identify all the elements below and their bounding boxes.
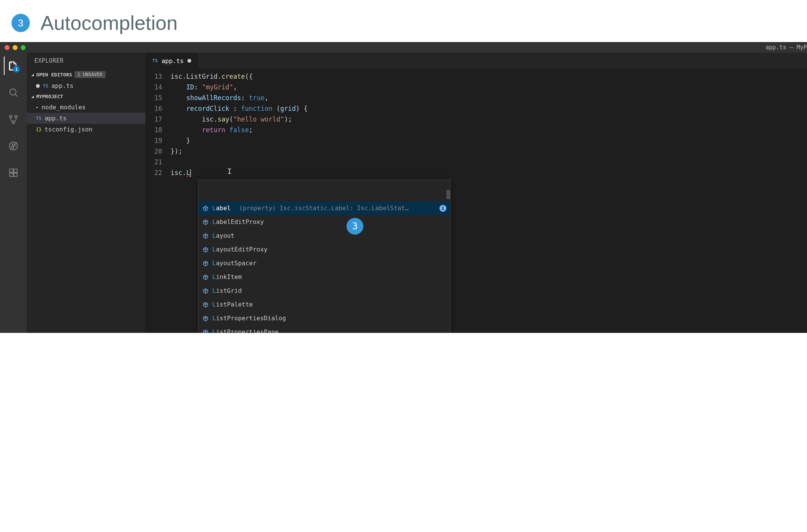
property-icon (202, 247, 208, 253)
autocomplete-item[interactable]: Layout (198, 229, 450, 243)
callout-badge: 3 (347, 218, 363, 235)
scrollbar[interactable] (446, 190, 450, 199)
slide-header: 3 Autocompletion (0, 0, 807, 42)
code-area[interactable]: isc.ListGrid.create({ ID: "myGrid", show… (171, 71, 807, 333)
suggestion-label: LayoutEditProxy (212, 244, 268, 255)
info-icon[interactable]: i (439, 205, 446, 212)
tabs-bar: TS app.ts (145, 53, 807, 69)
json-icon: {} (36, 127, 41, 132)
svg-line-1 (15, 94, 18, 97)
file-item[interactable]: {}tsconfig.json (27, 124, 145, 135)
autocomplete-item[interactable]: LayoutEditProxy (198, 243, 450, 256)
explorer-sidebar: EXPLORER ◢ OPEN EDITORS 1 UNSAVED TSapp.… (27, 53, 145, 333)
unsaved-badge: 1 UNSAVED (75, 71, 106, 78)
autocomplete-item[interactable]: LabelEditProxy (198, 215, 450, 229)
chevron-right-icon: ▸ (36, 105, 39, 110)
open-editor-item[interactable]: TSapp.ts (27, 80, 145, 91)
source-control-icon[interactable] (4, 110, 23, 128)
search-icon[interactable] (4, 83, 23, 102)
autocomplete-item[interactable]: LayoutSpacer (198, 256, 450, 270)
dirty-indicator-icon (36, 84, 40, 88)
dirty-indicator-icon (187, 59, 191, 63)
autocomplete-item[interactable]: ListPropertiesPane (198, 325, 450, 333)
typescript-icon: TS (36, 116, 41, 121)
code-editor[interactable]: 13141516171819202122 isc.ListGrid.create… (145, 69, 807, 333)
file-item[interactable]: TSapp.ts (27, 113, 145, 124)
close-window-button[interactable] (5, 45, 10, 50)
property-icon (202, 260, 208, 266)
autocomplete-popup[interactable]: Label(property) Isc.iscStatic.Label: Isc… (198, 180, 451, 333)
autocomplete-item[interactable]: ListPalette (198, 298, 450, 311)
code-line: recordClick : function (grid) { (171, 103, 807, 114)
autocomplete-item[interactable]: ListGrid (198, 284, 450, 298)
suggestion-label: LinkItem (212, 272, 242, 282)
typescript-icon: TS (43, 83, 48, 89)
open-editors-label: OPEN EDITORS (36, 72, 72, 78)
open-editors-header[interactable]: ◢ OPEN EDITORS 1 UNSAVED (27, 69, 145, 80)
suggestion-label: ListPalette (212, 299, 253, 310)
suggestion-label: ListGrid (212, 285, 242, 296)
svg-point-3 (15, 115, 17, 118)
code-line (171, 157, 807, 167)
debug-icon[interactable] (4, 137, 23, 155)
line-number: 19 (145, 135, 162, 146)
step-badge: 3 (11, 14, 30, 32)
text-caret (190, 169, 191, 177)
code-line: showAllRecords: true, (171, 92, 807, 103)
property-icon (202, 329, 208, 333)
slide-title: Autocompletion (41, 11, 177, 34)
code-line: ID: "myGrid", (171, 82, 807, 92)
code-line: }); (171, 146, 807, 157)
minimize-window-button[interactable] (13, 45, 18, 50)
window-title: app.ts — MyP (766, 42, 807, 53)
line-number: 21 (145, 157, 162, 167)
vscode-window: app.ts — MyP 1 EXPLORER ◢ (0, 42, 807, 333)
suggestion-detail: (property) Isc.iscStatic.Label: Isc.Labe… (239, 203, 436, 214)
tab-label: app.ts (161, 57, 184, 65)
suggestion-label: ListPropertiesPane (212, 327, 278, 333)
folder-item[interactable]: ▸node_modules (27, 102, 145, 113)
titlebar: app.ts — MyP (0, 42, 807, 53)
svg-rect-8 (10, 169, 13, 172)
extensions-icon[interactable] (4, 164, 23, 182)
suggestion-label: Layout (212, 230, 234, 241)
chevron-down-icon: ◢ (31, 72, 34, 77)
file-name: app.ts (51, 82, 73, 89)
line-number: 15 (145, 92, 162, 103)
code-line: isc.ListGrid.create({ (171, 71, 807, 82)
property-icon (202, 205, 208, 211)
svg-point-0 (10, 89, 16, 95)
text-cursor-icon: I (227, 166, 232, 177)
code-line: isc.L (171, 167, 807, 178)
file-name: tsconfig.json (44, 126, 92, 133)
tab-app-ts[interactable]: TS app.ts (145, 53, 198, 69)
suggestion-label: ListPropertiesDialog (212, 313, 286, 324)
property-icon (202, 274, 208, 280)
suggestion-label: LabelEditProxy (212, 217, 264, 227)
autocomplete-item[interactable]: Label(property) Isc.iscStatic.Label: Isc… (198, 201, 450, 215)
suggestion-label: Label (212, 203, 231, 214)
explorer-badge: 1 (13, 66, 20, 73)
code-line: return false; (171, 125, 807, 135)
sidebar-title: EXPLORER (27, 53, 145, 69)
autocomplete-item[interactable]: LinkItem (198, 270, 450, 284)
explorer-icon[interactable]: 1 (4, 57, 22, 75)
line-gutter: 13141516171819202122 (145, 71, 171, 333)
line-number: 13 (145, 71, 162, 82)
property-icon (202, 302, 208, 308)
code-line: } (171, 135, 807, 146)
folder-name: node_modules (42, 104, 86, 111)
maximize-window-button[interactable] (21, 45, 26, 50)
suggestion-label: LayoutSpacer (212, 258, 257, 269)
project-label: MYPROJECT (36, 94, 63, 99)
chevron-down-icon: ◢ (31, 94, 34, 99)
svg-rect-10 (10, 173, 13, 177)
project-header[interactable]: ◢ MYPROJECT (27, 91, 145, 102)
typescript-icon: TS (152, 58, 158, 63)
line-number: 20 (145, 146, 162, 157)
property-icon (202, 219, 208, 225)
autocomplete-item[interactable]: ListPropertiesDialog (198, 311, 450, 325)
activity-bar: 1 (0, 53, 27, 333)
svg-rect-9 (14, 169, 17, 172)
svg-point-2 (10, 115, 12, 118)
